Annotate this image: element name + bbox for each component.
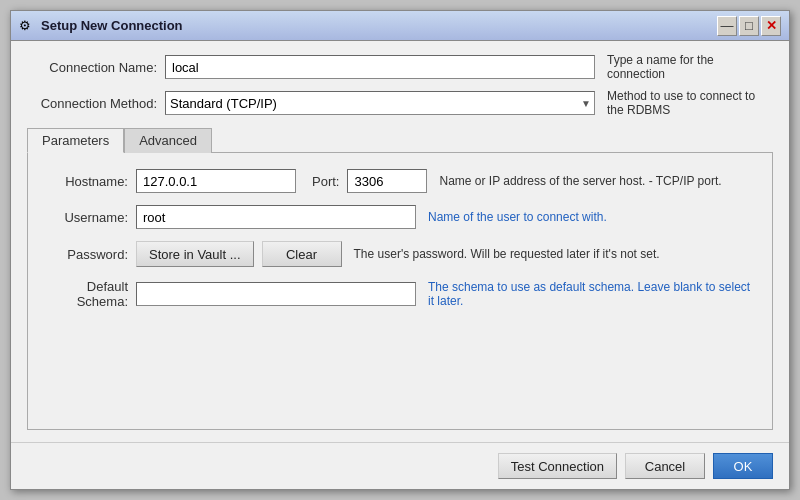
window-title: Setup New Connection [41,18,183,33]
maximize-button[interactable]: □ [739,16,759,36]
ok-button[interactable]: OK [713,453,773,479]
default-schema-input[interactable] [136,282,416,306]
default-schema-label: Default Schema: [48,279,128,309]
password-hint: The user's password. Will be requested l… [354,247,752,261]
cancel-button[interactable]: Cancel [625,453,705,479]
tabs-section: Parameters Advanced Hostname: Port: Name… [27,125,773,430]
main-content: Connection Name: Type a name for the con… [11,41,789,442]
tabs-container: Parameters Advanced [27,127,773,153]
password-label: Password: [48,247,128,262]
username-input[interactable] [136,205,416,229]
username-label: Username: [48,210,128,225]
minimize-button[interactable]: — [717,16,737,36]
connection-method-hint: Method to use to connect to the RDBMS [607,89,773,117]
connection-method-label: Connection Method: [27,96,157,111]
connection-name-input[interactable] [165,55,595,79]
title-bar-left: ⚙ Setup New Connection [19,18,183,34]
tab-content-parameters: Hostname: Port: Name or IP address of th… [27,153,773,430]
title-bar: ⚙ Setup New Connection — □ ✕ [11,11,789,41]
hostname-label: Hostname: [48,174,128,189]
clear-password-button[interactable]: Clear [262,241,342,267]
password-row: Password: Store in Vault ... Clear The u… [48,241,752,267]
username-row: Username: Name of the user to connect wi… [48,205,752,229]
window-icon: ⚙ [19,18,35,34]
connection-name-hint: Type a name for the connection [607,53,773,81]
default-schema-hint: The schema to use as default schema. Lea… [428,280,752,308]
default-schema-row: Default Schema: The schema to use as def… [48,279,752,309]
connection-method-wrapper: Standard (TCP/IP) Local Socket/Pipe Stan… [165,91,595,115]
hostname-hint: Name or IP address of the server host. -… [439,174,752,188]
connection-name-row: Connection Name: Type a name for the con… [27,53,773,81]
hostname-input[interactable] [136,169,296,193]
connection-method-select[interactable]: Standard (TCP/IP) Local Socket/Pipe Stan… [165,91,595,115]
hostname-row: Hostname: Port: Name or IP address of th… [48,169,752,193]
title-buttons: — □ ✕ [717,16,781,36]
port-input[interactable] [347,169,427,193]
footer: Test Connection Cancel OK [11,442,789,489]
username-hint: Name of the user to connect with. [428,210,752,224]
connection-method-row: Connection Method: Standard (TCP/IP) Loc… [27,89,773,117]
port-label: Port: [312,174,339,189]
store-in-vault-button[interactable]: Store in Vault ... [136,241,254,267]
test-connection-button[interactable]: Test Connection [498,453,617,479]
close-button[interactable]: ✕ [761,16,781,36]
tab-advanced[interactable]: Advanced [124,128,212,153]
main-window: ⚙ Setup New Connection — □ ✕ Connection … [10,10,790,490]
connection-name-label: Connection Name: [27,60,157,75]
tab-parameters[interactable]: Parameters [27,128,124,153]
